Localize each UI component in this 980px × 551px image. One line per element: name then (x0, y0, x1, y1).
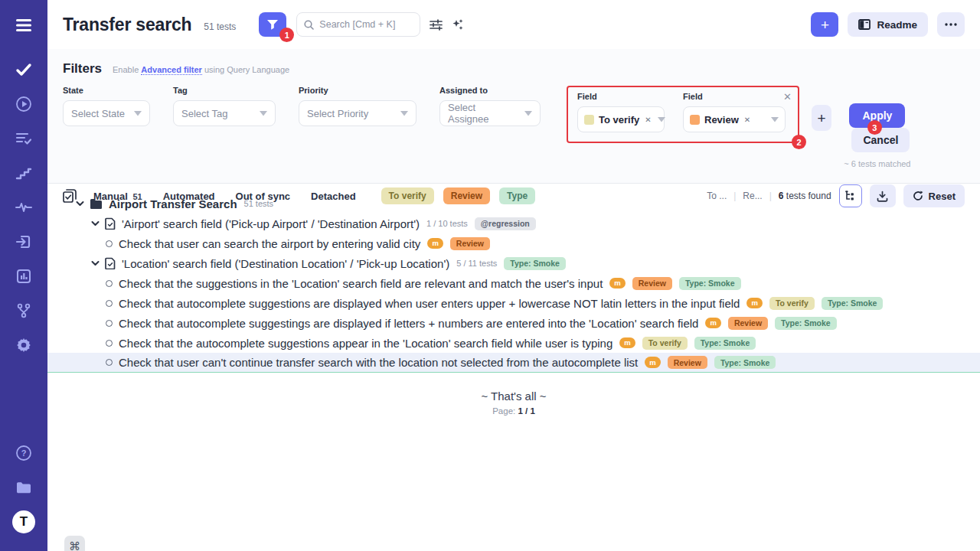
tree-row-title: Check that the suggestions in the 'Locat… (119, 277, 603, 290)
logo-letter: T (12, 510, 35, 533)
tree-row-title: Check that user can search the airport b… (119, 237, 420, 250)
status-circle-icon (106, 240, 113, 247)
found-count: 6 (779, 191, 784, 201)
tree-row-title: 'Location' search field ('Destination Lo… (122, 257, 449, 270)
folder-docs-icon[interactable] (11, 474, 37, 500)
separator: | (769, 191, 772, 201)
filter-select-state[interactable]: Select State (63, 100, 150, 126)
select-value: Select Assignee (448, 102, 518, 125)
tree-row-title: Check that autocomplete suggestings are … (119, 317, 698, 330)
page-title: Transfer search (63, 15, 191, 35)
field-filter-group-2: FieldReview✕ (683, 92, 786, 132)
manual-badge: m (427, 238, 443, 249)
help-icon[interactable]: ? (11, 440, 37, 466)
tree-row-meta: 1 / 10 tests (426, 219, 468, 228)
tree-row[interactable]: Check that autocomplete suggestions are … (47, 293, 980, 313)
filter-label: State (63, 86, 150, 95)
status-circle-icon (106, 300, 113, 307)
search-box[interactable] (296, 12, 420, 37)
play-circle-icon[interactable] (11, 91, 37, 117)
remove-tag-icon[interactable]: ✕ (744, 116, 750, 124)
add-filter-button[interactable]: + (812, 105, 831, 131)
quick-pill-type[interactable]: Type (499, 187, 535, 204)
steps-icon[interactable] (11, 160, 37, 186)
remove-tag-icon[interactable]: ✕ (645, 116, 651, 124)
quick-pill-to-verify[interactable]: To verify (381, 187, 434, 204)
reset-button[interactable]: Reset (903, 184, 965, 207)
chevron-down-icon[interactable] (90, 220, 100, 227)
selected-tag: Review✕ (690, 114, 750, 126)
tree-row[interactable]: Check that user can search the airport b… (47, 233, 980, 253)
end-of-list-text: ~ That's all ~ (47, 390, 980, 403)
filter-group-state: StateSelect State (63, 86, 150, 126)
active-filter-truncated-2[interactable]: Re... (743, 191, 762, 201)
quick-pills: To verifyReviewType (381, 187, 545, 204)
import-icon[interactable] (11, 229, 37, 255)
field-filter-select-1[interactable]: To verify✕ (577, 106, 665, 132)
row-tag-review: Review (632, 277, 672, 290)
page-value: 1 / 1 (518, 406, 534, 416)
readme-button[interactable]: Readme (848, 12, 928, 37)
branch-icon[interactable] (11, 298, 37, 324)
separator: | (733, 191, 736, 201)
filter-group-priority: PrioritySelect Priority (299, 86, 416, 126)
manual-badge: m (609, 278, 625, 289)
columns-settings-button[interactable] (430, 19, 443, 31)
quick-pill-review[interactable]: Review (443, 187, 490, 204)
field-filter-select-2[interactable]: Review✕ (683, 106, 786, 132)
gear-icon[interactable] (11, 332, 37, 358)
tag-label: To verify (599, 114, 639, 126)
row-tag-verify: To verify (769, 297, 815, 310)
document-icon (105, 217, 116, 230)
row-tag-verify: To verify (642, 337, 688, 350)
chart-icon[interactable] (11, 263, 37, 289)
row-tag-smoke: Type: Smoke (775, 317, 837, 330)
app-logo[interactable]: T (11, 509, 37, 535)
filter-label: Assigned to (439, 86, 541, 95)
manual-badge: m (645, 357, 660, 367)
filters-panel: Filters Enable Advanced filter using Que… (47, 49, 980, 184)
cancel-button[interactable]: Cancel (851, 128, 910, 152)
chevron-down-icon[interactable] (75, 201, 84, 207)
tree-row[interactable]: Check that the autocomplete suggestions … (47, 333, 980, 353)
download-icon (877, 191, 888, 202)
ai-assist-button[interactable] (452, 18, 464, 31)
filter-select-assigned-to[interactable]: Select Assignee (439, 100, 541, 126)
tree-row[interactable]: Check that user can't continue transfer … (47, 353, 980, 373)
more-button[interactable] (937, 12, 965, 37)
annotation-badge-3: 3 (867, 120, 882, 135)
shortcut-cmd-button[interactable]: ⌘ (64, 536, 85, 551)
pagination: Page: 1 / 1 (47, 406, 980, 416)
reset-label: Reset (929, 191, 956, 202)
close-field-filters-icon[interactable]: ✕ (783, 91, 792, 103)
search-input[interactable] (319, 19, 411, 30)
toolbar-right: To ... | Re... | 6 tests found Reset (707, 184, 965, 207)
export-button[interactable] (870, 184, 896, 207)
filters-subtitle: Enable Advanced filter using Query Langu… (113, 65, 289, 74)
row-tag-neutral: @regression (475, 217, 536, 230)
row-tag-smoke: Type: Smoke (714, 356, 776, 369)
check-icon[interactable] (11, 57, 37, 83)
field-filter-label: Field (577, 92, 665, 101)
list-check-icon[interactable] (11, 126, 37, 152)
create-button[interactable]: + (811, 12, 838, 37)
search-icon (304, 20, 314, 30)
manual-badge: m (619, 337, 635, 348)
tree-row[interactable]: 'Location' search field ('Destination Lo… (47, 253, 980, 273)
pulse-icon[interactable] (11, 194, 37, 220)
tree-view-toggle[interactable] (839, 184, 862, 207)
tree-row[interactable]: 'Airport' search field ('Pick-up Airport… (47, 214, 980, 233)
advanced-filter-link[interactable]: Advanced filter (141, 65, 201, 75)
active-filter-truncated-1[interactable]: To ... (707, 191, 727, 201)
chevron-down-icon[interactable] (90, 260, 100, 266)
filter-select-tag[interactable]: Select Tag (173, 100, 276, 126)
menu-icon[interactable] (11, 12, 37, 38)
filter-button[interactable]: 1 (259, 12, 286, 37)
tests-matched-text: ~ 6 tests matched (831, 159, 923, 168)
tree-row[interactable]: Check that the suggestions in the 'Locat… (47, 273, 980, 293)
tab-detached[interactable]: Detached (311, 191, 356, 202)
filter-select-priority[interactable]: Select Priority (299, 100, 416, 126)
tree-row[interactable]: Check that autocomplete suggestings are … (47, 313, 980, 333)
field-filters-box: FieldTo verify✕FieldReview✕ ✕ 2 (567, 86, 799, 143)
select-value: Select State (71, 108, 125, 119)
